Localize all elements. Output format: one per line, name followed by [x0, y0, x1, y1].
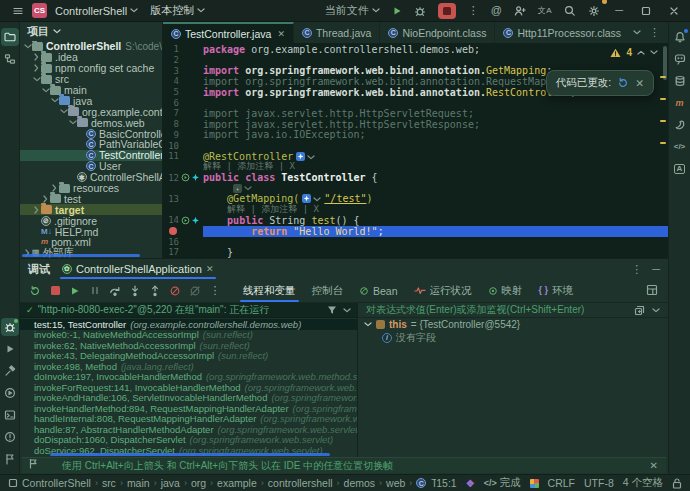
line-ending-selector[interactable]: CRLF — [548, 477, 575, 489]
run-button[interactable] — [386, 0, 408, 21]
gutter-line-5[interactable]: 5 — [163, 87, 203, 98]
tool-build-hammer-button[interactable] — [1, 362, 19, 380]
code-line-14[interactable]: 14 public String test() { — [163, 215, 668, 226]
chevron-down-icon[interactable] — [364, 322, 372, 327]
gutter-line-17[interactable]: 17 — [163, 247, 203, 258]
tab-more-icon[interactable]: ⋮ — [649, 27, 660, 38]
tool-problems-button[interactable] — [1, 428, 19, 446]
tool-gradle-button[interactable] — [671, 116, 689, 134]
code-editor[interactable]: 1package org.example.controllershell.dem… — [163, 44, 668, 258]
breadcrumb-item[interactable]: web — [386, 477, 405, 489]
debug-tab-控制台[interactable]: 控制台 — [305, 279, 351, 302]
search-everywhere-button[interactable] — [558, 0, 582, 21]
tool-more-horiz-button[interactable] — [1, 72, 19, 90]
add-watch-icon[interactable] — [634, 305, 645, 316]
pause-button[interactable] — [86, 282, 104, 300]
ai-plugin-icon[interactable]: ❖ — [466, 477, 475, 489]
editor-tab-nioendpoint-class[interactable]: CNioEndpoint.class — [380, 22, 495, 43]
tab-list-chevron-icon[interactable] — [633, 30, 641, 35]
rerun-button[interactable] — [26, 282, 44, 300]
step-into-button[interactable] — [126, 282, 144, 300]
chevron-down-icon[interactable] — [32, 77, 41, 82]
resume-button[interactable] — [66, 282, 84, 300]
debug-tab-Bean[interactable]: Bean — [352, 279, 405, 302]
stop-button[interactable] — [46, 282, 64, 300]
stack-frame[interactable]: invokeAndHandle:106, ServletInvocableHan… — [20, 393, 357, 404]
breadcrumb-item[interactable]: src — [102, 477, 116, 489]
breadcrumb-item[interactable]: demos — [344, 477, 376, 489]
vcs-menu[interactable]: 版本控制 — [144, 0, 211, 21]
completion-status[interactable]: </> 完成 — [484, 476, 521, 490]
tool-project-folder-button[interactable] — [1, 28, 19, 46]
debug-tab-运行状况[interactable]: 运行状况 — [407, 279, 479, 302]
plugin-colored-icon[interactable] — [530, 479, 539, 488]
tree-item-org-example-controllershell[interactable]: org.example.controllershell — [20, 106, 162, 117]
code-line-17[interactable]: 17 } — [163, 247, 668, 258]
tree-item-resources[interactable]: resources — [20, 183, 162, 194]
debug-session-tab[interactable]: ✿ ControllerShellApplication ✕ — [58, 259, 218, 279]
stack-frame[interactable]: invokeHandlerMethod:894, RequestMappingH… — [20, 403, 357, 414]
gutter-line-3[interactable]: 3 — [163, 65, 203, 76]
close-window-button[interactable] — [660, 0, 688, 21]
breadcrumb-item[interactable]: controllershell — [268, 477, 333, 489]
code-line-6[interactable]: 6 — [163, 97, 668, 108]
code-line-15[interactable]: return "Hello World!"; — [163, 226, 668, 237]
chevron-down-icon[interactable] — [650, 50, 658, 55]
stop-button[interactable] — [432, 0, 462, 21]
maximize-button[interactable] — [632, 0, 660, 21]
ai-gutter-icon[interactable] — [191, 173, 200, 182]
debug-tab-映射[interactable]: 映射 — [481, 279, 530, 302]
inline-hint-row[interactable]: 解释 | 添加注释 | X — [163, 204, 668, 215]
breadcrumb-item[interactable]: main — [127, 477, 150, 489]
more-vert-icon[interactable]: ⋮ — [631, 264, 642, 275]
tool-terminal-button[interactable] — [1, 406, 19, 424]
chevron-down-icon[interactable] — [23, 44, 32, 49]
tree-item-controllershellapplication[interactable]: ✱ControllerShellApplication — [20, 172, 162, 183]
tree-item-src[interactable]: src — [20, 74, 162, 85]
stack-frame[interactable]: doInvoke:197, InvocableHandlerMethod(org… — [20, 372, 357, 383]
minimize-button[interactable]: ─ — [606, 0, 632, 21]
tool-code-tags-button[interactable]: </> — [671, 138, 689, 156]
gutter-line-6[interactable]: 6 — [163, 97, 203, 108]
chevron-right-icon[interactable] — [32, 53, 41, 61]
translate-button[interactable]: 文A — [532, 0, 558, 21]
mute-breakpoints-button[interactable] — [186, 282, 204, 300]
stack-frame[interactable]: doDispatch:1060, DispatcherServlet(org.s… — [20, 435, 357, 446]
tool-services-button[interactable] — [1, 384, 19, 402]
close-icon[interactable]: ✕ — [650, 460, 658, 471]
code-line-12[interactable]: 12public class TestController { — [163, 172, 668, 183]
chevron-down-icon[interactable] — [68, 120, 77, 125]
editor-tab-http11processor-class[interactable]: CHttp11Processor.class — [495, 22, 625, 43]
tree-item-testcontroller[interactable]: CTestController — [20, 150, 162, 161]
layout-settings-icon[interactable] — [646, 284, 662, 298]
stack-frame[interactable]: invoke:43, DelegatingMethodAccessorImpl(… — [20, 351, 357, 362]
chevron-down-icon[interactable] — [50, 98, 59, 103]
breadcrumb-item[interactable]: ControllerShell — [22, 477, 91, 489]
close-icon[interactable]: ✕ — [206, 264, 214, 274]
bookmark-flag-icon[interactable] — [28, 458, 39, 471]
tree-item-target[interactable]: target — [20, 204, 162, 215]
tool-run-button[interactable] — [1, 340, 19, 358]
chevron-down-icon[interactable] — [59, 109, 68, 114]
write-access-icon[interactable] — [672, 478, 682, 489]
project-selector[interactable]: ControllerShell — [49, 0, 144, 21]
gutter-line-11[interactable]: 11 — [163, 151, 203, 162]
gutter-line-1[interactable]: 1 — [163, 44, 203, 55]
run-config-selector[interactable]: 当前文件 — [319, 0, 386, 21]
tree-item-java[interactable]: java — [20, 95, 162, 106]
step-over-button[interactable] — [106, 282, 124, 300]
code-line-10[interactable]: 10 — [163, 140, 668, 151]
close-tab-icon[interactable]: ✕ — [277, 29, 285, 39]
debug-tab-线程和变量[interactable]: 线程和变量 — [236, 279, 303, 302]
variable-row-this[interactable]: this = {TestController@5542} — [358, 318, 668, 331]
chevron-down-icon[interactable] — [652, 305, 660, 316]
chevron-down-icon[interactable] — [41, 88, 50, 93]
hide-panel-icon[interactable]: ─ — [652, 264, 660, 275]
main-menu-icon[interactable] — [6, 0, 30, 21]
tree-horizontal-scrollbar[interactable] — [22, 254, 140, 257]
inspections-widget[interactable]: 4 — [610, 47, 658, 58]
gutter-line-8[interactable]: 8 — [163, 119, 203, 130]
debug-button[interactable] — [408, 0, 432, 21]
code-line-7[interactable]: 7import javax.servlet.http.HttpServletRe… — [163, 108, 668, 119]
gutter-line-13[interactable]: 13 — [163, 194, 203, 205]
